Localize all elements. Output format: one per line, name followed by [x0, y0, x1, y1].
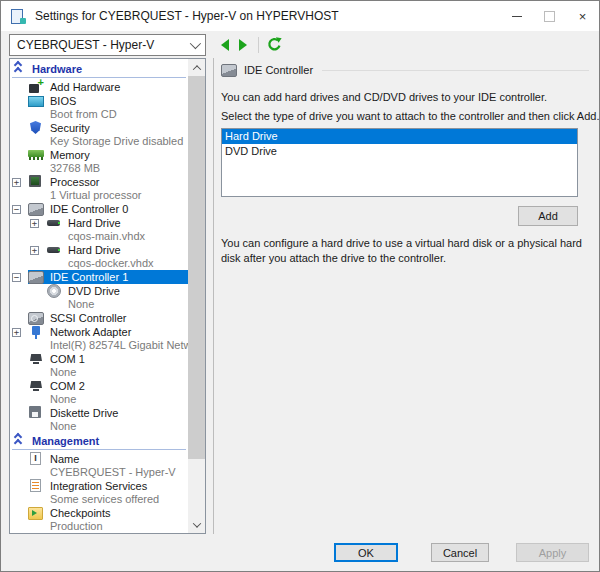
header-rule	[322, 70, 589, 71]
tree-item-ide-controller-0[interactable]: −IDE Controller 0	[10, 202, 188, 216]
refresh-button[interactable]	[265, 36, 283, 54]
listbox-item-dvd-drive[interactable]: DVD Drive	[222, 144, 577, 159]
apply-button[interactable]: Apply	[516, 543, 589, 562]
drive-type-listbox[interactable]: Hard DriveDVD Drive	[221, 128, 578, 197]
panel-header: IDE Controller	[221, 62, 589, 78]
collapse-expander-icon[interactable]: −	[12, 273, 21, 282]
tree-item-integration-services[interactable]: Integration Services	[10, 479, 188, 493]
name-icon	[28, 452, 44, 466]
tree-item-label: IDE Controller 0	[50, 203, 128, 215]
tree-item-sublabel[interactable]: 32768 MB	[10, 162, 188, 175]
tree-item-label: Name	[50, 453, 79, 465]
tree-item-body[interactable]: Memory	[28, 148, 188, 162]
tree-item-body[interactable]: Name	[28, 452, 188, 466]
tree-item-sublabel[interactable]: Intel(R) 82574L Gigabit Networ...	[10, 339, 188, 352]
tree-item-body[interactable]: Hard Drive	[46, 216, 188, 230]
tree-item-body[interactable]: DVD Drive	[46, 284, 188, 298]
add-button[interactable]: Add	[518, 206, 578, 226]
tree-item-sublabel[interactable]: CYEBRQUEST - Hyper-V	[10, 466, 188, 479]
tree-item-hard-drive[interactable]: +Hard Drive	[10, 243, 188, 257]
collapse-expander-icon[interactable]: −	[12, 205, 21, 214]
sidebar-scrollbar[interactable]	[188, 59, 205, 533]
tree-item-checkpoints[interactable]: Checkpoints	[10, 506, 188, 520]
com-port-icon	[28, 379, 44, 393]
section-underline	[12, 449, 186, 450]
collapse-chevron-icon	[13, 435, 23, 447]
tree-item-label: COM 1	[50, 353, 85, 365]
tree-item-body[interactable]: Add Hardware	[28, 80, 188, 94]
tree-item-body[interactable]: COM 2	[28, 379, 188, 393]
tree-item-dvd-drive[interactable]: DVD Drive	[10, 284, 188, 298]
tree-item-body[interactable]: SCSI Controller	[28, 311, 188, 325]
cancel-button[interactable]: Cancel	[431, 543, 489, 562]
section-header-hardware[interactable]: Hardware	[10, 61, 188, 76]
expand-expander-icon[interactable]: +	[12, 178, 21, 187]
ide-controller-icon	[28, 202, 44, 216]
tree-item-body[interactable]: COM 1	[28, 352, 188, 366]
maximize-button[interactable]	[533, 1, 566, 31]
tree-item-com-2[interactable]: COM 2	[10, 379, 188, 393]
tree-item-sublabel[interactable]: cqos-docker.vhdx	[10, 257, 188, 270]
tree-item-sublabel[interactable]: None	[10, 393, 188, 406]
tree-item-com-1[interactable]: COM 1	[10, 352, 188, 366]
minimize-icon	[512, 16, 522, 17]
close-button[interactable]: ×	[566, 1, 599, 31]
tree-item-add-hardware[interactable]: Add Hardware	[10, 80, 188, 94]
com-port-icon	[28, 352, 44, 366]
tree-item-scsi-controller[interactable]: SCSI Controller	[10, 311, 188, 325]
tree-item-label: Diskette Drive	[50, 407, 118, 419]
tree-item-label: Add Hardware	[50, 81, 120, 93]
tree-item-label: IDE Controller 1	[50, 271, 128, 283]
tree-item-sublabel[interactable]: None	[10, 298, 188, 311]
tree-item-sublabel[interactable]: cqos-main.vhdx	[10, 230, 188, 243]
tree-item-body[interactable]: Security	[28, 121, 188, 135]
expand-expander-icon[interactable]: +	[12, 328, 21, 337]
section-header-management[interactable]: Management	[10, 433, 188, 448]
tree-item-hard-drive[interactable]: +Hard Drive	[10, 216, 188, 230]
tree-item-label: Hard Drive	[68, 217, 121, 229]
scroll-up-button[interactable]	[188, 59, 205, 76]
tree-item-security[interactable]: Security	[10, 121, 188, 135]
expander-column: +	[28, 219, 46, 228]
tree-item-ide-controller-1[interactable]: −IDE Controller 1	[10, 270, 188, 284]
scroll-down-button[interactable]	[188, 516, 205, 533]
tree-item-body[interactable]: IDE Controller 0	[28, 202, 188, 216]
tree-item-sublabel[interactable]: 1 Virtual processor	[10, 189, 188, 202]
vm-selector-dropdown[interactable]: CYEBRQUEST - Hyper-V	[9, 34, 206, 56]
tree-item-name[interactable]: Name	[10, 452, 188, 466]
listbox-item-hard-drive[interactable]: Hard Drive	[222, 129, 577, 144]
tree-item-diskette-drive[interactable]: Diskette Drive	[10, 406, 188, 420]
tree-item-sublabel[interactable]: Some services offered	[10, 493, 188, 506]
tree-item-body[interactable]: Integration Services	[28, 479, 188, 493]
navigate-forward-button[interactable]	[234, 36, 252, 54]
diskette-drive-icon	[28, 406, 44, 420]
tree-item-body[interactable]: BIOS	[28, 94, 188, 108]
expand-expander-icon[interactable]: +	[30, 219, 39, 228]
dvd-drive-icon	[46, 284, 62, 298]
navigate-back-button[interactable]	[216, 36, 234, 54]
tree-item-body[interactable]: Checkpoints	[28, 506, 188, 520]
expand-expander-icon[interactable]: +	[30, 246, 39, 255]
tree-item-sublabel[interactable]: None	[10, 420, 188, 433]
tree-item-sublabel[interactable]: Boot from CD	[10, 108, 188, 121]
tree-item-network-adapter[interactable]: +Network Adapter	[10, 325, 188, 339]
scroll-up-icon	[192, 65, 200, 73]
tree-item-sublabel[interactable]: None	[10, 366, 188, 379]
tree-item-body[interactable]: Network Adapter	[28, 325, 188, 339]
hardware-sidebar: HardwareAdd HardwareBIOSBoot from CDSecu…	[9, 58, 206, 534]
tree-item-body[interactable]: Hard Drive	[46, 243, 188, 257]
scrollbar-thumb[interactable]	[188, 76, 205, 459]
ok-button[interactable]: OK	[334, 543, 398, 562]
add-button-row: Add	[221, 206, 578, 226]
tree-item-sublabel[interactable]: Key Storage Drive disabled	[10, 135, 188, 148]
window-controls: ×	[500, 1, 599, 31]
tree-item-body[interactable]: Processor	[28, 175, 188, 189]
tree-item-sublabel[interactable]: Production	[10, 520, 188, 533]
minimize-button[interactable]	[500, 1, 533, 31]
tree-item-body[interactable]: Diskette Drive	[28, 406, 188, 420]
tree-item-memory[interactable]: Memory	[10, 148, 188, 162]
close-icon: ×	[579, 10, 587, 23]
tree-item-body[interactable]: IDE Controller 1	[28, 270, 188, 284]
tree-item-processor[interactable]: +Processor	[10, 175, 188, 189]
tree-item-bios[interactable]: BIOS	[10, 94, 188, 108]
